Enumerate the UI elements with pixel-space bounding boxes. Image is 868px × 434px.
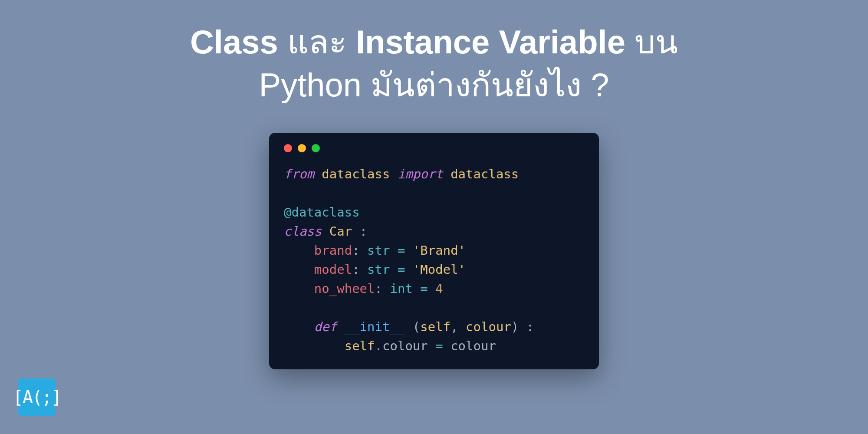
equals: = [428, 339, 450, 353]
close-icon [284, 144, 292, 152]
keyword-from: from [284, 167, 314, 181]
page-title: Class และ Instance Variable บนPython มัน… [190, 21, 678, 107]
colon: : [375, 281, 390, 296]
code-block: from dataclass import dataclass @datacla… [284, 164, 584, 356]
property-model: model [314, 262, 352, 277]
property-brand: brand [314, 243, 352, 258]
indent [284, 243, 314, 258]
module-name: dataclass [322, 167, 390, 181]
keyword-def: def [314, 319, 337, 334]
indent [284, 262, 314, 277]
page-container: Class และ Instance Variable บนPython มัน… [0, 0, 868, 434]
class-name: Car [329, 224, 352, 239]
paren-close: ) : [511, 319, 534, 334]
param-self: self [420, 319, 450, 334]
colon: : [352, 243, 367, 258]
comma: , [450, 319, 466, 334]
brand-logo: [A(;] [18, 378, 56, 416]
title-text-4: บน [625, 23, 678, 60]
type-str: str [367, 243, 390, 258]
keyword-import: import [398, 167, 443, 181]
import-name: dataclass [450, 167, 519, 181]
property-no-wheel: no_wheel [314, 281, 375, 296]
window-traffic-lights [284, 144, 584, 152]
number-4: 4 [435, 281, 443, 296]
string-brand: 'Brand' [413, 243, 466, 258]
keyword-class: class [284, 224, 322, 239]
type-int: int [390, 281, 412, 296]
paren-open: ( [405, 319, 420, 334]
equals: = [390, 243, 412, 258]
indent [284, 339, 345, 353]
indent [284, 319, 314, 334]
colon: : [352, 224, 367, 239]
logo-text: [A(;] [13, 387, 61, 407]
title-text-2: และ [278, 23, 356, 60]
function-init: __init__ [345, 319, 405, 334]
string-model: 'Model' [413, 262, 466, 277]
decorator: @dataclass [284, 205, 360, 220]
param-colour: colour [466, 319, 511, 334]
minimize-icon [298, 144, 306, 152]
attr-colour: colour [382, 339, 428, 353]
self-ref: self [345, 339, 375, 353]
maximize-icon [312, 144, 320, 152]
title-bold-3: Instance Variable [356, 23, 625, 60]
type-str: str [367, 262, 390, 277]
dot: . [375, 339, 382, 353]
equals: = [413, 281, 435, 296]
val-colour: colour [450, 339, 496, 353]
colon: : [352, 262, 367, 277]
indent [284, 281, 314, 296]
code-window: from dataclass import dataclass @datacla… [269, 133, 599, 370]
title-bold-1: Class [190, 23, 278, 60]
equals: = [390, 262, 412, 277]
title-line-2: Python มันต่างกันยังไง ? [259, 66, 609, 103]
